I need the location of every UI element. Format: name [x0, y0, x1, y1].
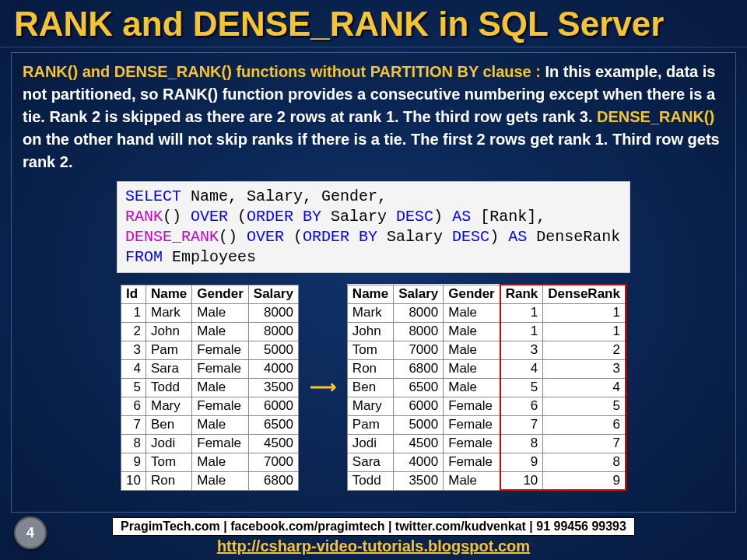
explanation-text: RANK() and DENSE_RANK() functions withou… [23, 61, 724, 173]
result-table: NameSalaryGenderRankDenseRank Mark8000Ma… [347, 284, 626, 491]
table-row: 6MaryFemale6000 [121, 397, 299, 415]
table-row: 8JodiFemale4500 [121, 434, 299, 453]
table-row: 10RonMale6800 [121, 471, 299, 490]
sql-code-block: SELECT Name, Salary, Gender, RANK() OVER… [117, 181, 630, 273]
table-header: Name [347, 285, 393, 303]
mid-highlight: DENSE_RANK() [597, 108, 714, 125]
table-row: Todd3500Male109 [347, 471, 626, 490]
table-row: 7BenMale6500 [121, 415, 299, 434]
arrow-icon: ⟶ [310, 376, 336, 398]
table-row: Sara4000Female98 [347, 453, 626, 471]
tables-container: IdNameGenderSalary 1MarkMale80002JohnMal… [23, 284, 724, 491]
table-row: 2JohnMale8000 [121, 322, 299, 341]
table-header: DenseRank [543, 285, 626, 303]
footer-contact-box: PragimTech.com | facebook.com/pragimtech… [112, 517, 635, 536]
table-header: Id [121, 285, 146, 303]
table-row: Mary6000Female65 [347, 397, 626, 415]
table-header: Name [146, 285, 191, 303]
slide-title: RANK and DENSE_RANK in SQL Server [0, 0, 747, 47]
table-row: Ron6800Male43 [347, 359, 626, 378]
footer: PragimTech.com | facebook.com/pragimtech… [0, 517, 747, 555]
table-row: John8000Male11 [347, 322, 626, 341]
employees-table: IdNameGenderSalary 1MarkMale80002JohnMal… [121, 285, 299, 491]
table-row: Pam5000Female76 [347, 415, 626, 434]
table-row: Mark8000Male11 [347, 303, 626, 322]
content-panel: RANK() and DENSE_RANK() functions withou… [11, 52, 736, 513]
table-header: Salary [394, 285, 444, 303]
body-text-2: on the other hand will not skip ranks if… [23, 131, 720, 170]
table-row: 4SaraFemale4000 [121, 359, 299, 378]
table-header: Rank [500, 285, 543, 303]
footer-link[interactable]: http://csharp-video-tutorials.blogspot.c… [0, 537, 747, 555]
table-row: 9TomMale7000 [121, 453, 299, 471]
table-row: Ben6500Male54 [347, 378, 626, 397]
table-row: 3PamFemale5000 [121, 341, 299, 359]
table-header: Salary [248, 285, 298, 303]
table-row: 1MarkMale8000 [121, 303, 299, 322]
lead-highlight: RANK() and DENSE_RANK() functions withou… [23, 63, 545, 80]
table-header: Gender [192, 285, 249, 303]
table-row: Tom7000Male32 [347, 341, 626, 359]
table-row: 5ToddMale3500 [121, 378, 299, 397]
table-row: Jodi4500Female87 [347, 434, 626, 453]
table-header: Gender [444, 285, 500, 303]
